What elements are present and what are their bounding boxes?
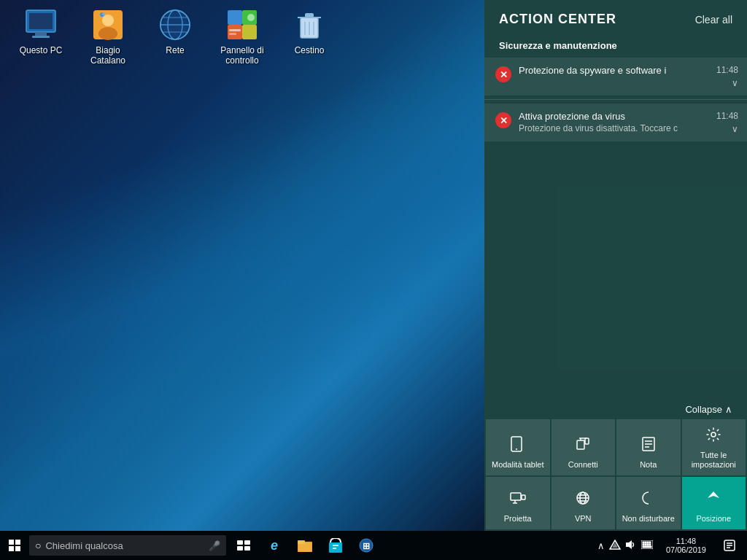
notif-content-2: Attiva protezione da virus Protezione da… — [519, 111, 709, 133]
svg-rect-15 — [228, 10, 242, 25]
search-icon: ○ — [35, 540, 41, 551]
qa-label-nota: Nota — [640, 460, 657, 470]
tray-chevron-icon[interactable]: ∧ — [597, 540, 605, 551]
notification-item-2[interactable]: ✕ Attiva protezione da virus Protezione … — [484, 104, 747, 141]
qa-modalita-tablet[interactable]: Modalità tablet — [486, 419, 550, 475]
ac-title: ACTION CENTER — [499, 12, 616, 27]
icon-cestino[interactable]: Cestino — [283, 7, 336, 66]
svg-rect-39 — [511, 493, 521, 500]
svg-rect-30 — [577, 440, 584, 449]
taskbar: ○ Chiedimi qualcosa 🎤 e — [0, 531, 747, 560]
taskbar-search[interactable]: ○ Chiedimi qualcosa 🎤 — [29, 535, 226, 556]
qa-label-vpn: VPN — [575, 514, 592, 524]
ac-header: ACTION CENTER Clear all — [484, 0, 747, 36]
app5-button[interactable]: ⊞ — [352, 531, 381, 560]
edge-browser-button[interactable]: e — [260, 531, 289, 560]
ac-empty-area — [484, 142, 747, 400]
tray-keyboard-icon[interactable] — [641, 540, 653, 551]
svg-rect-51 — [15, 546, 20, 551]
svg-rect-68 — [647, 542, 649, 543]
svg-rect-24 — [305, 13, 314, 18]
ac-section-title: Sicurezza e manutenzione — [484, 36, 747, 57]
qa-icon-settings — [705, 427, 721, 446]
svg-rect-20 — [229, 29, 241, 31]
tray-time[interactable]: 11:48 07/06/2019 — [660, 537, 712, 554]
qa-tutte-impostazioni[interactable]: Tutte le impostazioni — [682, 419, 746, 475]
clear-all-button[interactable]: Clear all — [695, 14, 732, 26]
svg-rect-2 — [35, 32, 47, 36]
qa-label-posizione: Posizione — [696, 514, 731, 524]
qa-connetti[interactable]: Connetti — [551, 419, 616, 475]
qa-icon-tablet — [510, 436, 526, 456]
svg-rect-55 — [244, 546, 250, 551]
notif-content-1: Protezione da spyware e software i — [519, 65, 709, 76]
taskbar-apps: e ⊞ — [229, 531, 381, 560]
svg-rect-53 — [244, 540, 250, 545]
qa-nota[interactable]: Nota — [616, 419, 681, 475]
svg-text:⊞: ⊞ — [363, 541, 370, 551]
svg-point-29 — [516, 448, 517, 450]
qa-label-tablet: Modalità tablet — [492, 460, 544, 470]
tray-volume-icon[interactable] — [625, 540, 637, 552]
notif-right-2: 11:48 ∨ — [716, 111, 738, 134]
tray-clock: 11:48 — [676, 537, 697, 545]
ac-bottom: Collapse ∧ Modalità tablet — [484, 400, 747, 531]
collapse-button[interactable]: Collapse ∧ — [484, 400, 747, 419]
notif-chevron-1: ∨ — [732, 78, 738, 88]
svg-rect-48 — [9, 540, 14, 545]
svg-rect-52 — [237, 540, 243, 545]
tray-icons: ∧ — [593, 540, 657, 552]
qa-icon-connetti — [575, 436, 591, 456]
svg-rect-57 — [298, 540, 305, 544]
notif-body-2: Protezione da virus disattivata. Toccare… — [519, 123, 709, 133]
qa-label-connetti: Connetti — [568, 460, 598, 470]
notif-title-1: Protezione da spyware e software i — [519, 65, 709, 76]
svg-rect-74 — [643, 546, 651, 548]
notif-right-1: 11:48 ∨ — [716, 65, 738, 88]
icon-pannello-controllo[interactable]: Pannello di controllo — [216, 7, 268, 66]
quick-actions-grid: Modalità tablet Connetti — [484, 419, 747, 531]
notification-item-1[interactable]: ✕ Protezione da spyware e software i 11:… — [484, 58, 747, 96]
qa-label-non-disturbare: Non disturbare — [622, 514, 675, 524]
task-view-button[interactable] — [229, 531, 258, 560]
icon-rete[interactable]: Rete — [149, 7, 201, 66]
notif-title-2: Attiva protezione da virus — [519, 111, 709, 122]
file-explorer-button[interactable] — [290, 531, 320, 560]
svg-rect-63 — [626, 542, 629, 547]
svg-rect-1 — [29, 13, 53, 29]
notif-chevron-2: ∨ — [732, 124, 738, 134]
collapse-chevron-icon: ∧ — [725, 404, 732, 415]
mic-icon: 🎤 — [209, 540, 220, 551]
svg-marker-64 — [629, 540, 632, 549]
action-center-button[interactable] — [715, 531, 744, 560]
icon-questo-pc[interactable]: Questo PC — [15, 7, 67, 66]
desktop-icons: Questo PC Biagio Catalano — [15, 7, 336, 66]
qa-non-disturbare[interactable]: Non disturbare — [616, 477, 681, 529]
qa-icon-vpn — [575, 490, 591, 510]
store-button[interactable] — [321, 531, 350, 560]
svg-rect-67 — [645, 542, 646, 543]
svg-rect-3 — [32, 36, 50, 38]
desktop: Questo PC Biagio Catalano — [0, 0, 485, 531]
svg-point-38 — [711, 432, 716, 437]
collapse-label: Collapse — [685, 404, 722, 415]
qa-label-settings: Tutte le impostazioni — [686, 451, 742, 470]
start-button[interactable] — [0, 531, 29, 560]
svg-point-19 — [247, 14, 255, 21]
svg-rect-66 — [643, 542, 644, 543]
qa-icon-non-disturbare — [640, 490, 657, 510]
svg-rect-72 — [647, 544, 649, 545]
svg-point-5 — [102, 15, 114, 26]
tray-network-icon[interactable] — [609, 540, 621, 552]
qa-vpn[interactable]: VPN — [551, 477, 616, 529]
svg-rect-21 — [229, 33, 236, 35]
qa-label-proietta: Proietta — [504, 514, 532, 524]
taskbar-tray: ∧ — [593, 531, 747, 560]
icon-biagio-catalano[interactable]: Biagio Catalano — [82, 7, 134, 66]
qa-proietta[interactable]: Proietta — [486, 477, 550, 529]
svg-point-6 — [98, 27, 117, 40]
svg-rect-18 — [242, 25, 257, 39]
notif-error-icon-2: ✕ — [495, 112, 511, 128]
qa-posizione[interactable]: Posizione — [682, 477, 746, 529]
notif-time-1: 11:48 — [716, 65, 738, 75]
